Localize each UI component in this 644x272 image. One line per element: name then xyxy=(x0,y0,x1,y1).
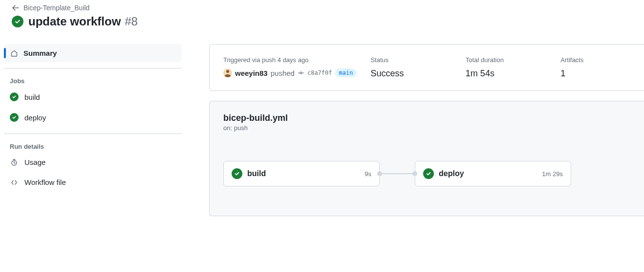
run-title-row: update workflow #8 xyxy=(12,15,632,28)
sidebar-job-deploy[interactable]: deploy xyxy=(4,107,182,128)
graph-job-deploy[interactable]: deploy 1m 29s xyxy=(415,161,571,186)
action-suffix: pushed xyxy=(271,69,295,77)
sidebar-workflow-file-label: Workflow file xyxy=(24,178,66,186)
sidebar-jobs-heading: Jobs xyxy=(4,74,182,87)
sidebar-divider xyxy=(4,68,182,68)
graph-connector xyxy=(380,173,415,174)
breadcrumb-workflow-name[interactable]: Bicep-Template_Build xyxy=(23,4,89,12)
status-success-icon xyxy=(10,92,19,101)
breadcrumb[interactable]: Bicep-Template_Build xyxy=(12,4,632,12)
sidebar-run-details-heading: Run details xyxy=(4,140,182,152)
summary-trigger-col: Triggered via push 4 days ago weeyin83 p… xyxy=(223,56,363,79)
graph-job-build[interactable]: build 9s xyxy=(223,161,380,186)
graph-job-name: deploy xyxy=(439,169,537,178)
status-success-icon xyxy=(423,168,434,179)
summary-card: Triggered via push 4 days ago weeyin83 p… xyxy=(209,44,644,91)
status-success-icon xyxy=(232,168,242,179)
sidebar-item-usage[interactable]: Usage xyxy=(4,152,182,172)
workflow-file-name[interactable]: bicep-build.yml xyxy=(223,113,630,123)
workflow-trigger-text: on: push xyxy=(223,124,630,132)
sidebar-usage-label: Usage xyxy=(24,158,45,166)
sidebar-item-workflow-file[interactable]: Workflow file xyxy=(4,172,182,192)
status-label: Status xyxy=(370,56,457,64)
artifacts-label: Artifacts xyxy=(560,56,630,64)
sidebar: Summary Jobs build deploy Run details xyxy=(0,36,186,200)
workflow-graph-card: bicep-build.yml on: push build 9s xyxy=(209,101,644,216)
status-value: Success xyxy=(370,68,457,79)
sidebar-summary-label: Summary xyxy=(23,49,57,57)
summary-trigger-label: Triggered via push 4 days ago xyxy=(223,56,363,64)
svg-point-1 xyxy=(226,70,229,73)
stopwatch-icon xyxy=(10,159,19,166)
duration-label: Total duration xyxy=(466,56,553,64)
sidebar-job-build[interactable]: build xyxy=(4,87,182,107)
svg-point-2 xyxy=(300,72,302,74)
summary-status-col: Status Success xyxy=(370,56,457,79)
sidebar-job-label: build xyxy=(24,93,40,101)
summary-duration-col: Total duration 1m 54s xyxy=(466,56,553,79)
graph-job-duration: 1m 29s xyxy=(542,170,563,178)
sidebar-job-label: deploy xyxy=(24,113,46,122)
status-success-icon xyxy=(12,16,23,27)
workflow-file-icon xyxy=(10,179,19,186)
artifacts-value[interactable]: 1 xyxy=(560,68,630,79)
workflow-graph-row: build 9s deploy 1m 29s xyxy=(223,161,630,186)
sidebar-item-summary[interactable]: Summary xyxy=(4,44,182,62)
back-arrow-icon xyxy=(12,4,20,12)
summary-artifacts-col: Artifacts 1 xyxy=(560,56,630,79)
branch-pill[interactable]: main xyxy=(335,68,357,77)
status-success-icon xyxy=(10,113,19,122)
avatar[interactable] xyxy=(223,68,232,77)
run-title: update workflow xyxy=(28,15,121,28)
graph-job-name: build xyxy=(247,169,360,178)
main-content: Triggered via push 4 days ago weeyin83 p… xyxy=(186,36,644,224)
actor-link[interactable]: weeyin83 xyxy=(235,69,268,77)
sidebar-divider xyxy=(4,134,182,134)
commit-icon xyxy=(298,69,304,76)
duration-value[interactable]: 1m 54s xyxy=(466,68,553,79)
run-number: #8 xyxy=(125,15,138,28)
home-icon xyxy=(10,49,19,57)
commit-sha-link[interactable]: c8a7f0f xyxy=(307,69,332,76)
graph-job-duration: 9s xyxy=(365,170,371,178)
